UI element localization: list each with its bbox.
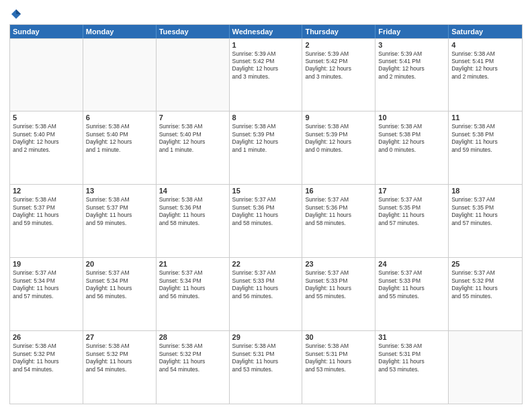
calendar-cell-3-1: 12Sunrise: 5:38 AM Sunset: 5:37 PM Dayli… xyxy=(10,185,83,257)
day-number: 2 xyxy=(305,41,372,49)
calendar-cell-2-3: 7Sunrise: 5:38 AM Sunset: 5:40 PM Daylig… xyxy=(157,111,230,184)
day-info: Sunrise: 5:38 AM Sunset: 5:32 PM Dayligh… xyxy=(159,342,226,373)
calendar-cell-3-3: 14Sunrise: 5:38 AM Sunset: 5:36 PM Dayli… xyxy=(157,185,230,257)
day-info: Sunrise: 5:38 AM Sunset: 5:31 PM Dayligh… xyxy=(232,342,300,373)
calendar-cell-2-4: 8Sunrise: 5:38 AM Sunset: 5:39 PM Daylig… xyxy=(230,111,303,184)
day-info: Sunrise: 5:37 AM Sunset: 5:33 PM Dayligh… xyxy=(378,269,445,300)
day-info: Sunrise: 5:38 AM Sunset: 5:32 PM Dayligh… xyxy=(13,342,80,373)
calendar-cell-4-1: 19Sunrise: 5:37 AM Sunset: 5:34 PM Dayli… xyxy=(10,258,83,330)
calendar-cell-4-3: 21Sunrise: 5:37 AM Sunset: 5:34 PM Dayli… xyxy=(157,258,230,330)
calendar-cell-1-2 xyxy=(83,39,157,111)
header-day-sunday: Sunday xyxy=(10,25,83,38)
logo xyxy=(9,7,22,20)
day-info: Sunrise: 5:37 AM Sunset: 5:33 PM Dayligh… xyxy=(232,269,300,300)
calendar-row-5: 26Sunrise: 5:38 AM Sunset: 5:32 PM Dayli… xyxy=(10,330,522,404)
day-number: 12 xyxy=(13,187,80,195)
day-number: 27 xyxy=(86,333,153,341)
calendar-cell-5-4: 29Sunrise: 5:38 AM Sunset: 5:31 PM Dayli… xyxy=(230,331,303,404)
calendar-cell-3-7: 18Sunrise: 5:37 AM Sunset: 5:35 PM Dayli… xyxy=(449,185,522,257)
day-number: 4 xyxy=(451,41,519,49)
day-info: Sunrise: 5:38 AM Sunset: 5:38 PM Dayligh… xyxy=(378,123,445,154)
day-info: Sunrise: 5:38 AM Sunset: 5:39 PM Dayligh… xyxy=(232,123,300,154)
day-number: 8 xyxy=(232,113,300,122)
calendar-cell-1-7: 4Sunrise: 5:38 AM Sunset: 5:41 PM Daylig… xyxy=(449,39,522,111)
day-number: 18 xyxy=(451,187,519,195)
day-number: 26 xyxy=(13,333,80,341)
calendar-cell-4-7: 25Sunrise: 5:37 AM Sunset: 5:32 PM Dayli… xyxy=(449,258,522,330)
day-number: 23 xyxy=(305,260,372,268)
calendar-cell-2-6: 10Sunrise: 5:38 AM Sunset: 5:38 PM Dayli… xyxy=(375,111,449,184)
day-info: Sunrise: 5:37 AM Sunset: 5:36 PM Dayligh… xyxy=(305,196,372,227)
day-info: Sunrise: 5:37 AM Sunset: 5:35 PM Dayligh… xyxy=(451,196,519,227)
day-info: Sunrise: 5:38 AM Sunset: 5:40 PM Dayligh… xyxy=(159,123,226,154)
calendar-cell-3-2: 13Sunrise: 5:38 AM Sunset: 5:37 PM Dayli… xyxy=(83,185,157,257)
day-number: 28 xyxy=(159,333,226,341)
day-number: 13 xyxy=(86,187,153,195)
day-info: Sunrise: 5:39 AM Sunset: 5:42 PM Dayligh… xyxy=(305,50,372,81)
day-info: Sunrise: 5:37 AM Sunset: 5:34 PM Dayligh… xyxy=(86,269,153,300)
day-number: 21 xyxy=(159,260,226,268)
calendar-cell-4-6: 24Sunrise: 5:37 AM Sunset: 5:33 PM Dayli… xyxy=(375,258,449,330)
calendar-cell-2-7: 11Sunrise: 5:38 AM Sunset: 5:38 PM Dayli… xyxy=(449,111,522,184)
calendar: SundayMondayTuesdayWednesdayThursdayFrid… xyxy=(9,24,523,404)
calendar-cell-1-4: 1Sunrise: 5:39 AM Sunset: 5:42 PM Daylig… xyxy=(230,39,303,111)
day-number: 14 xyxy=(159,187,226,195)
day-number: 10 xyxy=(378,113,445,122)
logo-text xyxy=(9,7,22,20)
day-number: 6 xyxy=(86,113,153,122)
day-number: 16 xyxy=(305,187,372,195)
day-info: Sunrise: 5:38 AM Sunset: 5:37 PM Dayligh… xyxy=(13,196,80,227)
day-info: Sunrise: 5:38 AM Sunset: 5:31 PM Dayligh… xyxy=(305,342,372,373)
day-number: 3 xyxy=(378,41,445,49)
day-info: Sunrise: 5:38 AM Sunset: 5:39 PM Dayligh… xyxy=(305,123,372,154)
header xyxy=(9,7,523,20)
calendar-cell-2-2: 6Sunrise: 5:38 AM Sunset: 5:40 PM Daylig… xyxy=(83,111,157,184)
day-number: 1 xyxy=(232,41,300,49)
header-day-saturday: Saturday xyxy=(449,25,522,38)
calendar-cell-3-6: 17Sunrise: 5:37 AM Sunset: 5:35 PM Dayli… xyxy=(375,185,449,257)
calendar-cell-5-3: 28Sunrise: 5:38 AM Sunset: 5:32 PM Dayli… xyxy=(157,331,230,404)
day-info: Sunrise: 5:39 AM Sunset: 5:41 PM Dayligh… xyxy=(378,50,445,81)
day-number: 11 xyxy=(451,113,519,122)
calendar-cell-2-5: 9Sunrise: 5:38 AM Sunset: 5:39 PM Daylig… xyxy=(302,111,375,184)
day-number: 29 xyxy=(232,333,300,341)
day-number: 30 xyxy=(305,333,372,341)
day-info: Sunrise: 5:37 AM Sunset: 5:34 PM Dayligh… xyxy=(13,269,80,300)
day-info: Sunrise: 5:37 AM Sunset: 5:36 PM Dayligh… xyxy=(232,196,300,227)
calendar-body: 1Sunrise: 5:39 AM Sunset: 5:42 PM Daylig… xyxy=(10,38,522,404)
day-number: 31 xyxy=(378,333,445,341)
header-day-monday: Monday xyxy=(83,25,157,38)
svg-marker-1 xyxy=(16,9,21,14)
calendar-cell-1-3 xyxy=(157,39,230,111)
header-day-friday: Friday xyxy=(375,25,449,38)
logo-block xyxy=(9,7,22,20)
calendar-cell-5-2: 27Sunrise: 5:38 AM Sunset: 5:32 PM Dayli… xyxy=(83,331,157,404)
calendar-header: SundayMondayTuesdayWednesdayThursdayFrid… xyxy=(10,25,522,38)
day-info: Sunrise: 5:37 AM Sunset: 5:33 PM Dayligh… xyxy=(305,269,372,300)
page: SundayMondayTuesdayWednesdayThursdayFrid… xyxy=(0,0,532,411)
day-number: 25 xyxy=(451,260,519,268)
header-day-tuesday: Tuesday xyxy=(157,25,230,38)
day-number: 24 xyxy=(378,260,445,268)
calendar-cell-1-1 xyxy=(10,39,83,111)
day-info: Sunrise: 5:39 AM Sunset: 5:42 PM Dayligh… xyxy=(232,50,300,81)
header-day-wednesday: Wednesday xyxy=(230,25,303,38)
day-info: Sunrise: 5:37 AM Sunset: 5:35 PM Dayligh… xyxy=(378,196,445,227)
day-number: 5 xyxy=(13,113,80,122)
day-info: Sunrise: 5:37 AM Sunset: 5:34 PM Dayligh… xyxy=(159,269,226,300)
calendar-cell-4-5: 23Sunrise: 5:37 AM Sunset: 5:33 PM Dayli… xyxy=(302,258,375,330)
calendar-row-2: 5Sunrise: 5:38 AM Sunset: 5:40 PM Daylig… xyxy=(10,111,522,184)
calendar-row-3: 12Sunrise: 5:38 AM Sunset: 5:37 PM Dayli… xyxy=(10,184,522,257)
day-info: Sunrise: 5:38 AM Sunset: 5:31 PM Dayligh… xyxy=(378,342,445,373)
day-info: Sunrise: 5:38 AM Sunset: 5:38 PM Dayligh… xyxy=(451,123,519,154)
day-number: 7 xyxy=(159,113,226,122)
day-number: 17 xyxy=(378,187,445,195)
header-day-thursday: Thursday xyxy=(302,25,375,38)
day-info: Sunrise: 5:38 AM Sunset: 5:36 PM Dayligh… xyxy=(159,196,226,227)
calendar-cell-4-4: 22Sunrise: 5:37 AM Sunset: 5:33 PM Dayli… xyxy=(230,258,303,330)
day-info: Sunrise: 5:38 AM Sunset: 5:37 PM Dayligh… xyxy=(86,196,153,227)
day-number: 22 xyxy=(232,260,300,268)
calendar-cell-1-6: 3Sunrise: 5:39 AM Sunset: 5:41 PM Daylig… xyxy=(375,39,449,111)
day-info: Sunrise: 5:38 AM Sunset: 5:40 PM Dayligh… xyxy=(13,123,80,154)
calendar-cell-5-7 xyxy=(449,331,522,404)
